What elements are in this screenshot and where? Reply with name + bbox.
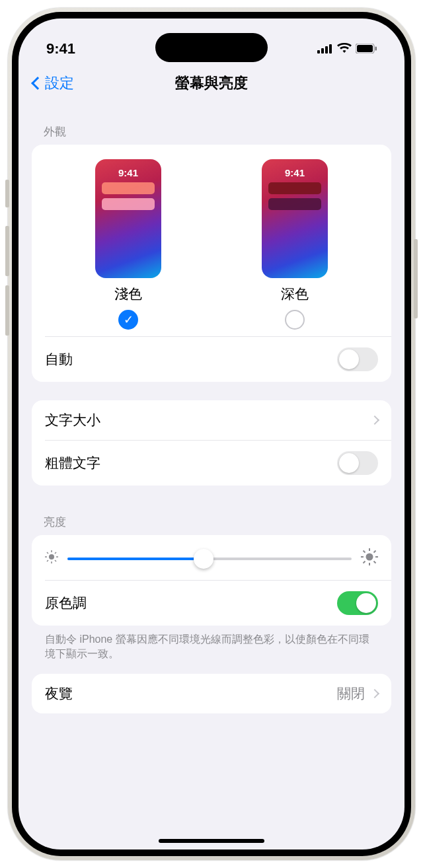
sun-low-icon	[45, 550, 58, 567]
automatic-row: 自動	[32, 337, 391, 382]
true-tone-toggle[interactable]	[337, 591, 378, 615]
bold-text-label: 粗體文字	[45, 454, 100, 472]
dark-option-label: 深色	[281, 285, 309, 303]
svg-line-14	[55, 552, 56, 554]
status-time: 9:41	[46, 40, 75, 57]
night-shift-value: 關閉	[337, 684, 365, 703]
svg-point-16	[366, 554, 373, 561]
appearance-option-light[interactable]: 9:41 淺色 ✓	[48, 159, 208, 330]
night-shift-card: 夜覽 關閉	[32, 674, 391, 713]
svg-rect-6	[375, 47, 377, 51]
back-button[interactable]: 設定	[33, 73, 74, 93]
text-size-label: 文字大小	[45, 411, 100, 429]
silent-switch	[5, 180, 9, 207]
settings-scroll-area[interactable]: 外觀 9:41 淺色 ✓	[19, 102, 404, 811]
wifi-icon	[337, 40, 352, 57]
appearance-section-label: 外觀	[32, 114, 391, 145]
battery-icon	[356, 40, 377, 57]
light-option-label: 淺色	[114, 285, 142, 303]
automatic-label: 自動	[45, 350, 73, 369]
automatic-toggle[interactable]	[337, 347, 378, 371]
brightness-section-label: 亮度	[32, 504, 391, 535]
svg-line-15	[47, 560, 48, 561]
svg-rect-3	[329, 44, 332, 54]
true-tone-footer: 自動令 iPhone 螢幕因應不同環境光線而調整色彩，以使顏色在不同環境下顯示一…	[32, 631, 391, 674]
svg-rect-5	[357, 45, 373, 52]
side-button	[414, 239, 418, 318]
back-label: 設定	[45, 73, 74, 93]
sun-high-icon	[361, 548, 378, 569]
svg-line-13	[55, 560, 56, 561]
svg-line-23	[374, 551, 376, 553]
svg-line-24	[364, 561, 365, 563]
svg-point-7	[49, 554, 54, 560]
dynamic-island	[155, 33, 268, 62]
slider-thumb[interactable]	[194, 549, 213, 569]
night-shift-row[interactable]: 夜覽 關閉	[32, 674, 391, 713]
text-card: 文字大小 粗體文字	[32, 400, 391, 486]
chevron-right-icon	[370, 689, 379, 698]
light-radio[interactable]: ✓	[118, 310, 138, 330]
true-tone-row: 原色調	[32, 581, 391, 626]
night-shift-label: 夜覽	[45, 684, 73, 703]
text-size-row[interactable]: 文字大小	[32, 400, 391, 440]
svg-rect-1	[321, 48, 324, 54]
svg-line-21	[364, 551, 365, 553]
appearance-card: 9:41 淺色 ✓ 9:41	[32, 145, 391, 382]
dark-radio[interactable]	[285, 310, 305, 330]
page-title: 螢幕與亮度	[175, 73, 248, 93]
brightness-slider[interactable]	[67, 558, 352, 560]
chevron-right-icon	[370, 416, 379, 425]
brightness-slider-row	[32, 535, 391, 580]
brightness-card: 原色調	[32, 535, 391, 626]
chevron-left-icon	[31, 77, 44, 90]
signal-icon	[317, 40, 333, 57]
bold-text-toggle[interactable]	[337, 451, 378, 475]
svg-line-12	[47, 552, 48, 554]
home-indicator[interactable]	[159, 839, 264, 843]
true-tone-label: 原色調	[45, 594, 87, 612]
volume-up-button	[5, 226, 9, 276]
volume-down-button	[5, 285, 9, 336]
svg-rect-2	[325, 46, 328, 54]
svg-rect-0	[317, 50, 320, 54]
iphone-frame: 9:41 設定	[8, 8, 415, 860]
dark-preview-icon: 9:41	[262, 159, 328, 278]
light-preview-icon: 9:41	[95, 159, 161, 278]
appearance-option-dark[interactable]: 9:41 深色	[215, 159, 375, 330]
nav-bar: 設定 螢幕與亮度	[19, 65, 404, 102]
svg-line-22	[374, 561, 376, 563]
bold-text-row: 粗體文字	[32, 441, 391, 486]
